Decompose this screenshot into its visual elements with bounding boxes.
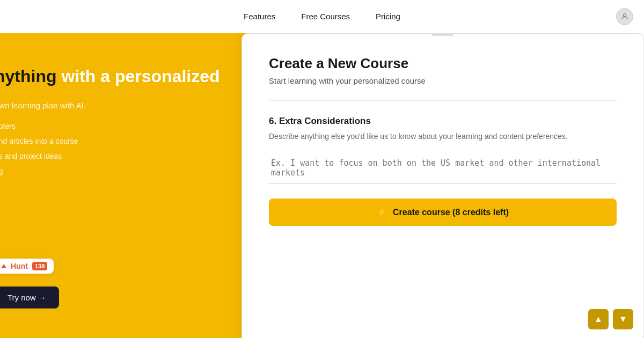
section-description: Describe anything else you'd like us to …: [269, 131, 617, 142]
chevron-up-icon: ▲: [594, 314, 603, 324]
panel-subtitle: Start learning with your personalized co…: [269, 76, 617, 85]
scroll-down-button[interactable]: ▼: [613, 309, 633, 329]
hero-subtext: own learning plan with AI.: [0, 101, 247, 110]
hero-features: apters and articles into a course es and…: [0, 119, 247, 179]
feature-2: and articles into a course: [0, 134, 247, 149]
hero-heading-highlight: nything: [0, 67, 57, 86]
scroll-up-button[interactable]: ▲: [588, 309, 609, 329]
nav-link-pricing[interactable]: Pricing: [376, 12, 400, 21]
chevron-down-icon: ▼: [619, 314, 627, 324]
svg-point-0: [623, 13, 626, 16]
feature-4: ng: [0, 164, 247, 179]
feature-1: apters: [0, 119, 247, 134]
panel-title: Create a New Course: [269, 55, 617, 72]
navbar: Features Free Courses Pricing: [0, 0, 644, 33]
section-label: 6. Extra Considerations: [269, 116, 617, 127]
try-now-button[interactable]: Try now →: [0, 286, 59, 308]
product-hunt-label: Hunt: [11, 262, 28, 270]
create-course-label: Create course (8 credits left): [393, 208, 509, 217]
create-course-button[interactable]: ⚡ Create course (8 credits left): [269, 199, 617, 226]
user-avatar-icon[interactable]: [616, 8, 633, 25]
product-hunt-count: 138: [32, 262, 47, 270]
navigation-arrows: ▲ ▼: [588, 309, 633, 329]
scroll-indicator: [432, 34, 453, 36]
nav-link-features[interactable]: Features: [244, 12, 275, 21]
feature-3: es and project ideas: [0, 149, 247, 164]
divider: [269, 100, 617, 101]
hero-section: nything with a personalized own learning…: [0, 33, 247, 338]
nav-links: Features Free Courses Pricing: [244, 12, 400, 21]
product-hunt-badge[interactable]: Hunt 138: [0, 259, 54, 274]
nav-link-free-courses[interactable]: Free Courses: [301, 12, 350, 21]
hero-heading: nything with a personalized: [0, 65, 247, 88]
lightning-icon: ⚡: [377, 207, 387, 217]
main-area: nything with a personalized own learning…: [0, 33, 644, 338]
hero-heading-rest: with a personalized: [57, 67, 220, 86]
extra-considerations-input[interactable]: [269, 153, 617, 183]
course-creation-panel: Create a New Course Start learning with …: [241, 33, 644, 338]
product-hunt-triangle-icon: [1, 264, 6, 268]
